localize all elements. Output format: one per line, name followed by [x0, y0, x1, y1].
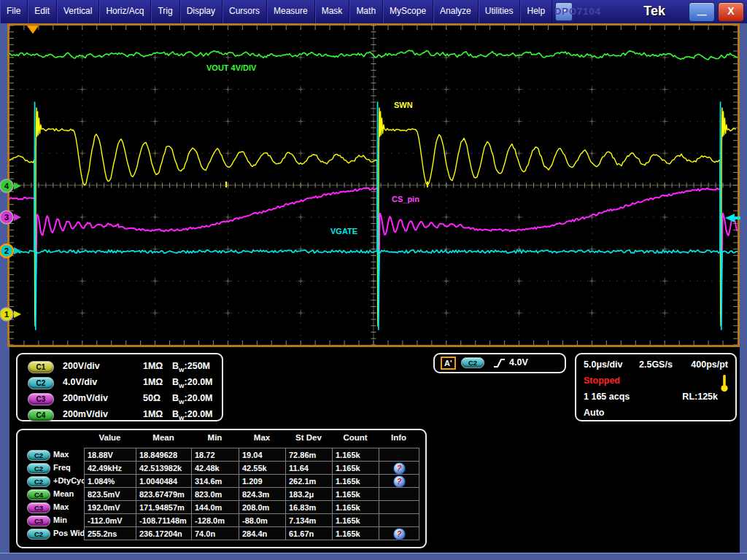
meas-cell: 144.0m [191, 500, 239, 514]
meas-info-cell [379, 513, 419, 527]
meas-cell: 1.209 [239, 474, 286, 488]
channel-impedance: 1MΩ [143, 409, 163, 419]
trigger-position-marker[interactable] [27, 26, 39, 34]
meas-cell: 1.165k [332, 448, 379, 462]
resolution: 400ps/pt [691, 359, 728, 370]
channel-bandwidth: BW:20.0M [172, 393, 213, 405]
meas-source-badge-c2[interactable]: C2 [27, 463, 50, 474]
meas-cell: 314.6m [191, 474, 239, 488]
minimize-button[interactable]: — [689, 2, 715, 22]
channel-bandwidth: BW:20.0M [172, 377, 213, 389]
meas-cell: -128.0m [191, 513, 239, 527]
meas-info-cell [379, 500, 419, 514]
info-icon[interactable]: ? [393, 475, 406, 488]
meas-cell: 1.165k [332, 526, 379, 540]
menu-item-display[interactable]: Display [180, 0, 222, 23]
menu-item-mask[interactable]: Mask [315, 0, 350, 23]
meas-name-max: Max [53, 448, 69, 462]
info-icon[interactable]: ? [393, 528, 406, 540]
svg-text:1: 1 [4, 310, 9, 319]
channel-readout-c3[interactable]: C3200mV/div50ΩBW:20.0M [18, 392, 222, 405]
meas-source-badge-c3[interactable]: C3 [27, 502, 50, 513]
channel-scale: 200V/div [63, 361, 100, 371]
channel-3-position-marker[interactable]: 3 [0, 211, 21, 224]
record-length: RL:125k [682, 392, 718, 402]
trace-label-vgate: VGATE [330, 227, 357, 236]
thermometer-icon [719, 374, 729, 393]
menu-item-edit[interactable]: Edit [28, 0, 57, 23]
menu-item-math[interactable]: Math [349, 0, 383, 23]
trigger-readout-panel[interactable]: A' C2 4.0V [433, 353, 566, 373]
channel-badge-c1[interactable]: C1 [28, 361, 54, 373]
channel-impedance: 1MΩ [143, 361, 163, 371]
meas-cell: 19.04 [239, 448, 286, 462]
meas-cell: 11.64 [285, 461, 333, 475]
trigger-level: 4.0V [509, 357, 528, 368]
meas-cell: 284.4n [239, 526, 286, 540]
channel-readout-c1[interactable]: C1200V/div1MΩBW:250M [18, 360, 222, 373]
timebase-scale: 5.0μs/div [584, 359, 623, 370]
meas-cell: 255.2ns [84, 526, 136, 540]
trigger-source-badge[interactable]: C2 [461, 357, 484, 368]
channel-bandwidth: BW:250M [172, 361, 210, 373]
menu-item-trig[interactable]: Trig [151, 0, 179, 23]
trace-label-swn: SWN [394, 101, 413, 109]
meas-header-min: Min [191, 433, 239, 445]
waveform-display[interactable]: 4321VOUT 4V/DIVSWNCS_pinVGATE [7, 23, 740, 347]
menu-item-horiz-acq[interactable]: Horiz/Acq [99, 0, 151, 23]
horizontal-acquisition-panel[interactable]: 5.0μs/div 2.5GS/s 400ps/pt Stopped 1 165… [575, 353, 737, 421]
menu-item-utilities[interactable]: Utilities [479, 0, 521, 23]
menu-item-cursors[interactable]: Cursors [222, 0, 267, 23]
svg-text:2: 2 [4, 246, 9, 255]
channel-readout-c4[interactable]: C4200mV/div1MΩBW:20.0M [18, 408, 222, 421]
meas-cell: -112.0mV [84, 513, 136, 527]
channel-badge-c2[interactable]: C2 [28, 377, 54, 389]
menu-item-analyze[interactable]: Analyze [433, 0, 479, 23]
close-button[interactable]: X [718, 2, 744, 22]
channel-badge-c4[interactable]: C4 [28, 409, 54, 421]
meas-name-pos-wid: Pos Wid [53, 526, 85, 540]
meas-header-max: Max [239, 433, 285, 445]
trigger-level-marker[interactable] [725, 214, 740, 222]
meas-info-cell [379, 448, 419, 462]
meas-name-min: Min [53, 513, 67, 527]
meas-cell: 18.88V [84, 448, 136, 462]
channel-readout-c2[interactable]: C24.0V/div1MΩBW:20.0M [18, 376, 222, 389]
channel-1-position-marker[interactable]: 1 [0, 308, 21, 321]
meas-cell: 1.165k [332, 500, 379, 514]
channel-scale: 200mV/div [63, 393, 108, 403]
meas-cell: 171.94857m [136, 500, 192, 514]
meas-cell: 18.72 [191, 448, 239, 462]
meas-cell: 1.0040484 [136, 474, 192, 488]
menu-item-help[interactable]: Help [520, 0, 552, 23]
meas-cell: 824.3m [239, 487, 286, 501]
menu-item-vertical[interactable]: Vertical [57, 0, 99, 23]
meas-source-badge-c2[interactable]: C2 [27, 529, 50, 540]
menu-item-file[interactable]: File [0, 0, 28, 23]
meas-name-mean: Mean [53, 487, 74, 501]
meas-cell: 236.17204n [136, 526, 192, 540]
channel-4-position-marker[interactable]: 4 [0, 179, 21, 192]
meas-source-badge-c2[interactable]: C2 [27, 450, 50, 461]
meas-cell: 42.48k [191, 461, 239, 475]
menu-item-myscope[interactable]: MyScope [383, 0, 433, 23]
channel-badge-c3[interactable]: C3 [28, 393, 54, 405]
acquisition-status: Stopped [584, 376, 620, 386]
meas-info-cell [379, 487, 419, 501]
meas-cell: 42.55k [239, 461, 286, 475]
meas-source-badge-c2[interactable]: C2 [27, 476, 50, 487]
meas-cell: 1.165k [332, 513, 379, 527]
meas-cell: 72.86m [285, 448, 333, 462]
meas-cell: 192.0mV [84, 500, 136, 514]
oscilloscope-screen: { "window": { "title_model": "DPO7104", … [0, 0, 747, 560]
channel-settings-panel[interactable]: C1200V/div1MΩBW:250MC24.0V/div1MΩBW:20.0… [16, 353, 223, 421]
meas-cell: 1.165k [332, 474, 379, 488]
meas-source-badge-c3[interactable]: C3 [27, 516, 50, 526]
menu-item-measure[interactable]: Measure [267, 0, 315, 23]
channel-impedance: 50Ω [143, 393, 160, 403]
info-icon[interactable]: ? [393, 462, 406, 475]
meas-cell: 823.0m [191, 487, 239, 501]
meas-source-badge-c4[interactable]: C4 [27, 489, 50, 500]
meas-cell: -88.0m [239, 513, 286, 527]
channel-2-position-marker[interactable]: 2 [0, 244, 21, 257]
